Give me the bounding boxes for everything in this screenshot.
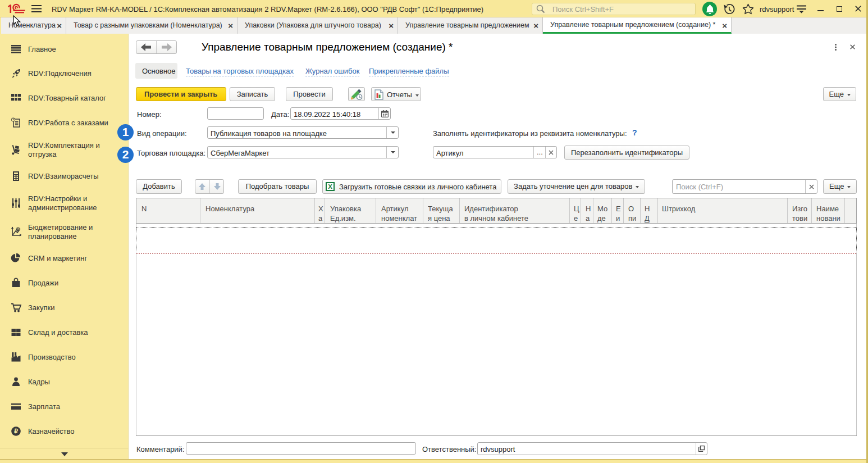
svg-text:X: X	[328, 183, 332, 190]
svg-text:₽: ₽	[14, 428, 18, 434]
svg-text:%: %	[16, 227, 20, 231]
